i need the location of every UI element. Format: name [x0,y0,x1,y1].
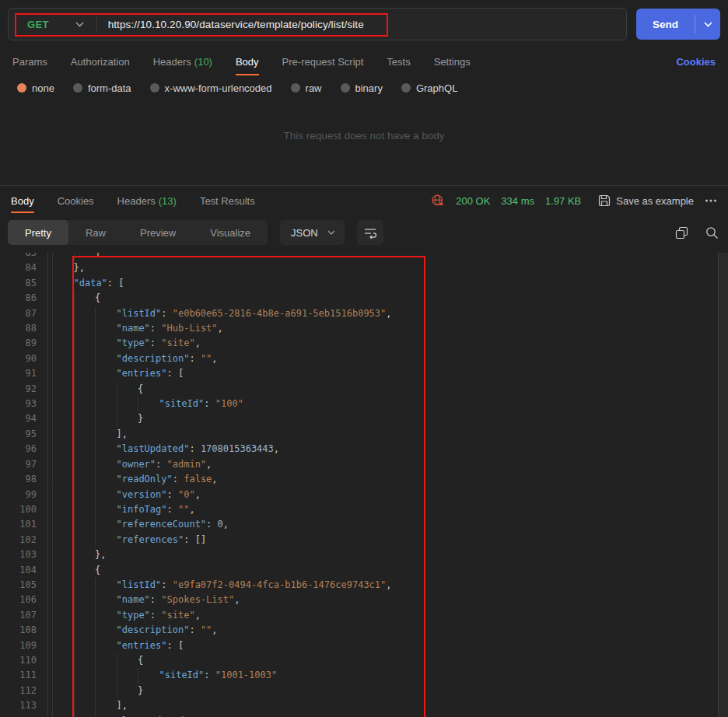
indent-guide [52,714,74,717]
response-size[interactable]: 1.97 KB [545,195,581,207]
tab-label: Params [12,56,47,68]
indent-guide [95,502,117,517]
code-text: "type": "site", [48,336,201,351]
indent-guide [74,382,96,397]
tab-body[interactable]: Body [236,45,259,78]
token: ], [117,428,128,439]
indent-guide [74,533,96,547]
view-pretty[interactable]: Pretty [8,220,68,245]
token: , [212,474,217,484]
tab-params[interactable]: Params [12,45,47,78]
radio-dot-icon [401,83,411,93]
indent-guide [52,698,74,713]
view-preview[interactable]: Preview [123,220,193,245]
wrap-text-icon[interactable] [357,220,383,245]
token: { [95,292,100,303]
more-options-icon[interactable] [705,198,717,203]
radio-label: none [32,82,54,94]
token: : [167,489,178,500]
save-as-example-button[interactable]: Save as example [598,194,694,207]
response-tab-test-results[interactable]: Test Results [200,186,255,215]
token: : [150,338,161,348]
chevron-down-icon[interactable] [695,22,720,27]
indent-guide [95,411,117,426]
radio-none[interactable]: none [17,82,54,94]
token: , [234,594,240,605]
token: : [156,459,166,470]
response-view-bar: Pretty Raw Preview Visualize JSON [0,215,728,253]
method-selector[interactable]: GET [9,19,96,30]
token: "" [201,353,212,364]
token: "readOnly" [117,474,173,484]
response-body-viewer[interactable]: 83]84},85"data": [86{87"listId": "e0b60e… [0,253,728,717]
request-url-row: GET https://10.10.20.90/dataservice/temp… [0,0,728,45]
line-number: 113 [0,698,48,713]
code-text: ], [48,698,128,713]
scrollbar[interactable] [718,253,728,717]
tab-authorization[interactable]: Authorization [71,45,130,78]
token: : [ [167,368,184,379]
response-tab-headers[interactable]: Headers(13) [117,186,177,215]
code-text: ] [48,253,100,261]
response-meta: 200 OK 334 ms 1.97 KB Save as example [431,194,717,208]
response-time[interactable]: 334 ms [501,195,534,207]
radio-dot-icon [17,83,26,93]
token: "referenceCount" [117,519,207,530]
network-warning-icon[interactable] [431,194,445,208]
radio-binary[interactable]: binary [341,82,383,94]
search-icon[interactable] [705,226,719,240]
code-text: }, [48,547,106,562]
language-label: JSON [291,227,318,239]
code-text: } [48,684,143,698]
cookies-link[interactable]: Cookies [676,56,716,68]
tab-settings[interactable]: Settings [434,45,471,78]
indent-guide [52,261,74,275]
code-text: "version": "0", [48,488,201,502]
line-number: 103 [0,547,48,562]
status-code[interactable]: 200 OK [456,195,490,207]
copy-icon[interactable] [675,226,688,240]
indent-guide [52,291,74,306]
indent-guide [95,352,117,366]
response-tab-body[interactable]: Body [11,186,34,215]
indent-guide [95,533,117,547]
token: }, [74,262,85,273]
code-text: { [48,382,143,397]
view-raw[interactable]: Raw [68,220,123,245]
code-line: 110{ [0,653,728,668]
token: "version" [117,489,167,500]
token: : [206,519,217,530]
token: "owner" [117,459,156,470]
indent-guide [95,442,117,456]
radio-x-www-form-urlencoded[interactable]: x-www-form-urlencoded [150,82,272,94]
code-line: 101"referenceCount": 0, [0,517,728,532]
token: } [138,413,143,424]
indent-guide [52,253,74,261]
token: , [195,489,201,500]
tab-headers[interactable]: Headers(10) [153,45,212,78]
indent-guide [95,653,117,668]
indent-guide [52,547,74,562]
send-button[interactable]: Send [636,9,720,40]
code-line: 104{ [0,563,728,578]
radio-raw[interactable]: raw [291,82,322,94]
indent-guide [74,517,96,532]
language-select[interactable]: JSON [280,220,345,245]
radio-graphql[interactable]: GraphQL [401,82,457,94]
line-number: 85 [0,276,48,291]
url-input[interactable]: https://10.10.20.90/dataservice/template… [108,19,364,30]
indent-guide [95,382,117,397]
response-tab-cookies[interactable]: Cookies [58,186,94,215]
indent-guide [52,488,74,502]
code-text: { [48,653,143,668]
line-number: 87 [0,306,48,321]
tab-pre-request-script[interactable]: Pre-request Script [282,45,364,78]
line-number: 96 [0,442,48,456]
tab-tests[interactable]: Tests [387,45,410,78]
indent-guide [95,608,117,623]
radio-form-data[interactable]: form-data [73,82,131,94]
indent-guide [138,397,159,411]
token: "" [201,624,212,635]
indent-guide [117,684,138,698]
view-visualize[interactable]: Visualize [193,220,268,245]
